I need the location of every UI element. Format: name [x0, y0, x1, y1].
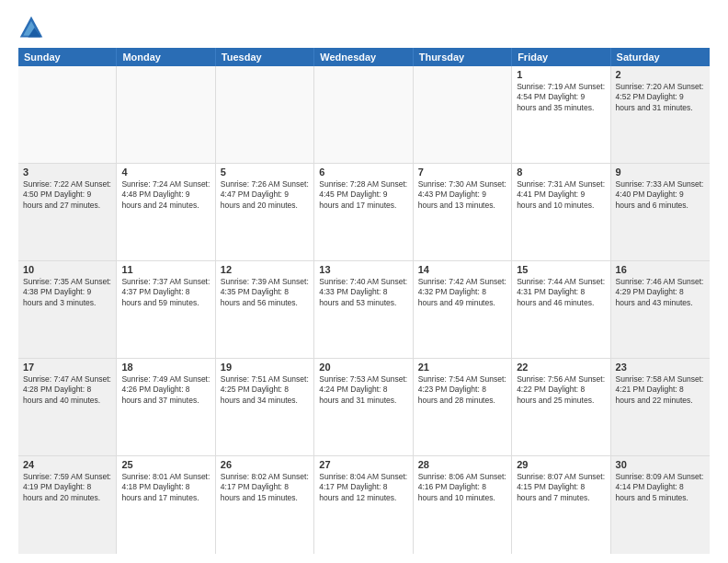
calendar-cell: 19Sunrise: 7:51 AM Sunset: 4:25 PM Dayli… — [216, 359, 314, 455]
day-info: Sunrise: 7:28 AM Sunset: 4:45 PM Dayligh… — [319, 179, 407, 211]
calendar-cell: 11Sunrise: 7:37 AM Sunset: 4:37 PM Dayli… — [117, 261, 215, 358]
header-day-sunday: Sunday — [18, 48, 117, 66]
day-number: 18 — [121, 362, 210, 373]
logo-icon — [18, 15, 44, 40]
day-info: Sunrise: 7:30 AM Sunset: 4:43 PM Dayligh… — [418, 179, 506, 211]
day-info: Sunrise: 8:04 AM Sunset: 4:17 PM Dayligh… — [319, 472, 407, 503]
calendar-row-3: 17Sunrise: 7:47 AM Sunset: 4:28 PM Dayli… — [18, 359, 710, 456]
calendar-row-1: 3Sunrise: 7:22 AM Sunset: 4:50 PM Daylig… — [18, 164, 710, 261]
calendar-cell: 7Sunrise: 7:30 AM Sunset: 4:43 PM Daylig… — [414, 164, 512, 260]
day-info: Sunrise: 7:49 AM Sunset: 4:26 PM Dayligh… — [121, 374, 210, 406]
calendar-cell: 20Sunrise: 7:53 AM Sunset: 4:24 PM Dayli… — [314, 359, 413, 455]
calendar-cell: 29Sunrise: 8:07 AM Sunset: 4:15 PM Dayli… — [512, 456, 610, 554]
calendar-cell: 23Sunrise: 7:58 AM Sunset: 4:21 PM Dayli… — [611, 359, 710, 455]
header-day-tuesday: Tuesday — [216, 48, 314, 66]
day-number: 19 — [221, 362, 309, 373]
header-day-wednesday: Wednesday — [314, 48, 413, 66]
day-info: Sunrise: 8:02 AM Sunset: 4:17 PM Dayligh… — [221, 472, 309, 503]
day-number: 28 — [418, 459, 506, 470]
day-info: Sunrise: 7:58 AM Sunset: 4:21 PM Dayligh… — [616, 374, 705, 406]
calendar-cell — [216, 66, 314, 163]
day-number: 9 — [616, 167, 705, 178]
day-number: 27 — [319, 459, 407, 470]
day-number: 1 — [517, 69, 605, 80]
day-number: 15 — [517, 264, 605, 275]
calendar-cell: 30Sunrise: 8:09 AM Sunset: 4:14 PM Dayli… — [611, 456, 710, 554]
day-info: Sunrise: 7:24 AM Sunset: 4:48 PM Dayligh… — [121, 179, 210, 211]
day-number: 10 — [23, 264, 111, 275]
day-number: 5 — [221, 167, 309, 178]
day-number: 17 — [23, 362, 111, 373]
calendar-row-2: 10Sunrise: 7:35 AM Sunset: 4:38 PM Dayli… — [18, 261, 710, 359]
day-info: Sunrise: 7:35 AM Sunset: 4:38 PM Dayligh… — [23, 277, 111, 308]
calendar-cell: 9Sunrise: 7:33 AM Sunset: 4:40 PM Daylig… — [611, 164, 710, 260]
day-info: Sunrise: 7:40 AM Sunset: 4:33 PM Dayligh… — [319, 277, 407, 308]
header-day-monday: Monday — [117, 48, 215, 66]
day-number: 21 — [418, 362, 506, 373]
calendar-cell: 1Sunrise: 7:19 AM Sunset: 4:54 PM Daylig… — [512, 66, 610, 163]
calendar-cell: 27Sunrise: 8:04 AM Sunset: 4:17 PM Dayli… — [314, 456, 413, 554]
calendar-cell: 2Sunrise: 7:20 AM Sunset: 4:52 PM Daylig… — [611, 66, 710, 163]
calendar-cell: 24Sunrise: 7:59 AM Sunset: 4:19 PM Dayli… — [18, 456, 117, 554]
calendar: SundayMondayTuesdayWednesdayThursdayFrid… — [18, 48, 710, 554]
header-day-saturday: Saturday — [611, 48, 710, 66]
calendar-cell: 8Sunrise: 7:31 AM Sunset: 4:41 PM Daylig… — [512, 164, 610, 260]
day-info: Sunrise: 8:01 AM Sunset: 4:18 PM Dayligh… — [121, 472, 210, 503]
calendar-cell: 15Sunrise: 7:44 AM Sunset: 4:31 PM Dayli… — [512, 261, 610, 358]
day-number: 30 — [616, 459, 705, 470]
calendar-cell: 14Sunrise: 7:42 AM Sunset: 4:32 PM Dayli… — [414, 261, 512, 358]
calendar-row-4: 24Sunrise: 7:59 AM Sunset: 4:19 PM Dayli… — [18, 456, 710, 554]
calendar-cell: 16Sunrise: 7:46 AM Sunset: 4:29 PM Dayli… — [611, 261, 710, 358]
day-number: 14 — [418, 264, 506, 275]
day-info: Sunrise: 8:07 AM Sunset: 4:15 PM Dayligh… — [517, 472, 605, 503]
day-info: Sunrise: 7:51 AM Sunset: 4:25 PM Dayligh… — [221, 374, 309, 406]
calendar-cell: 25Sunrise: 8:01 AM Sunset: 4:18 PM Dayli… — [117, 456, 215, 554]
calendar-cell: 4Sunrise: 7:24 AM Sunset: 4:48 PM Daylig… — [117, 164, 215, 260]
day-info: Sunrise: 7:19 AM Sunset: 4:54 PM Dayligh… — [517, 82, 605, 113]
day-number: 29 — [517, 459, 605, 470]
header-day-friday: Friday — [512, 48, 610, 66]
calendar-cell: 13Sunrise: 7:40 AM Sunset: 4:33 PM Dayli… — [314, 261, 413, 358]
day-number: 3 — [23, 167, 111, 178]
calendar-body: 1Sunrise: 7:19 AM Sunset: 4:54 PM Daylig… — [18, 66, 710, 554]
calendar-cell: 3Sunrise: 7:22 AM Sunset: 4:50 PM Daylig… — [18, 164, 117, 260]
day-info: Sunrise: 8:06 AM Sunset: 4:16 PM Dayligh… — [418, 472, 506, 503]
day-number: 12 — [221, 264, 309, 275]
day-number: 24 — [23, 459, 111, 470]
day-number: 2 — [616, 69, 705, 80]
day-info: Sunrise: 7:53 AM Sunset: 4:24 PM Dayligh… — [319, 374, 407, 406]
day-info: Sunrise: 7:20 AM Sunset: 4:52 PM Dayligh… — [616, 82, 705, 113]
calendar-cell: 5Sunrise: 7:26 AM Sunset: 4:47 PM Daylig… — [216, 164, 314, 260]
calendar-row-0: 1Sunrise: 7:19 AM Sunset: 4:54 PM Daylig… — [18, 66, 710, 164]
day-number: 13 — [319, 264, 407, 275]
day-info: Sunrise: 7:56 AM Sunset: 4:22 PM Dayligh… — [517, 374, 605, 406]
calendar-cell — [18, 66, 117, 163]
day-number: 25 — [121, 459, 210, 470]
page: SundayMondayTuesdayWednesdayThursdayFrid… — [0, 0, 728, 563]
calendar-cell: 28Sunrise: 8:06 AM Sunset: 4:16 PM Dayli… — [414, 456, 512, 554]
day-info: Sunrise: 7:26 AM Sunset: 4:47 PM Dayligh… — [221, 179, 309, 211]
day-number: 26 — [221, 459, 309, 470]
day-info: Sunrise: 7:22 AM Sunset: 4:50 PM Dayligh… — [23, 179, 111, 211]
calendar-cell: 6Sunrise: 7:28 AM Sunset: 4:45 PM Daylig… — [314, 164, 413, 260]
calendar-cell: 10Sunrise: 7:35 AM Sunset: 4:38 PM Dayli… — [18, 261, 117, 358]
day-info: Sunrise: 8:09 AM Sunset: 4:14 PM Dayligh… — [616, 472, 705, 503]
day-number: 22 — [517, 362, 605, 373]
header — [18, 15, 710, 40]
calendar-header: SundayMondayTuesdayWednesdayThursdayFrid… — [18, 48, 710, 66]
calendar-cell — [414, 66, 512, 163]
day-number: 11 — [121, 264, 210, 275]
day-info: Sunrise: 7:42 AM Sunset: 4:32 PM Dayligh… — [418, 277, 506, 308]
calendar-cell: 26Sunrise: 8:02 AM Sunset: 4:17 PM Dayli… — [216, 456, 314, 554]
day-info: Sunrise: 7:33 AM Sunset: 4:40 PM Dayligh… — [616, 179, 705, 211]
day-info: Sunrise: 7:39 AM Sunset: 4:35 PM Dayligh… — [221, 277, 309, 308]
calendar-cell: 12Sunrise: 7:39 AM Sunset: 4:35 PM Dayli… — [216, 261, 314, 358]
calendar-cell: 21Sunrise: 7:54 AM Sunset: 4:23 PM Dayli… — [414, 359, 512, 455]
day-number: 8 — [517, 167, 605, 178]
day-info: Sunrise: 7:54 AM Sunset: 4:23 PM Dayligh… — [418, 374, 506, 406]
day-number: 23 — [616, 362, 705, 373]
day-info: Sunrise: 7:46 AM Sunset: 4:29 PM Dayligh… — [616, 277, 705, 308]
day-number: 7 — [418, 167, 506, 178]
day-info: Sunrise: 7:59 AM Sunset: 4:19 PM Dayligh… — [23, 472, 111, 503]
calendar-cell: 17Sunrise: 7:47 AM Sunset: 4:28 PM Dayli… — [18, 359, 117, 455]
